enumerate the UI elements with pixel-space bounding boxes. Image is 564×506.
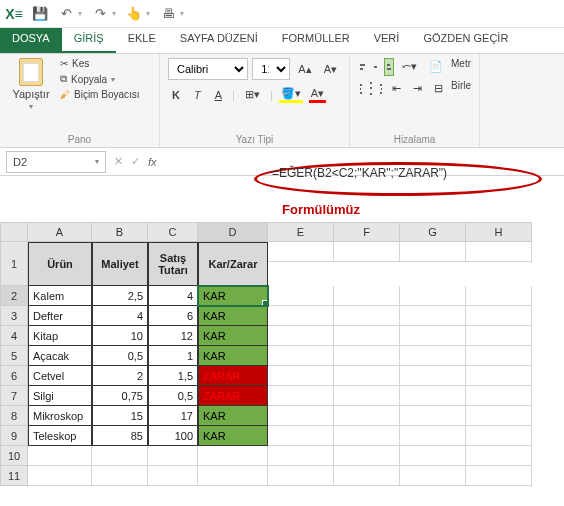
cell[interactable] bbox=[400, 386, 466, 406]
cell[interactable] bbox=[28, 446, 92, 466]
cell[interactable] bbox=[268, 466, 334, 486]
cell-satis[interactable]: 0,5 bbox=[148, 386, 198, 406]
cell-header-urun[interactable]: Ürün bbox=[28, 242, 92, 286]
tab-formuller[interactable]: FORMÜLLER bbox=[270, 28, 362, 53]
cell-satis[interactable]: 100 bbox=[148, 426, 198, 446]
cell[interactable] bbox=[92, 446, 148, 466]
row-header-1[interactable]: 1 bbox=[0, 242, 28, 286]
cell[interactable] bbox=[268, 446, 334, 466]
bold-button[interactable]: K bbox=[168, 87, 184, 103]
increase-font-icon[interactable]: A▴ bbox=[294, 61, 315, 78]
cancel-formula-icon[interactable]: ✕ bbox=[114, 155, 123, 168]
touch-mode-icon[interactable]: 👆 bbox=[126, 6, 142, 22]
cell[interactable] bbox=[268, 426, 334, 446]
fill-color-button[interactable]: 🪣▾ bbox=[279, 87, 303, 103]
cell[interactable] bbox=[148, 466, 198, 486]
cell[interactable] bbox=[400, 286, 466, 306]
format-painter-button[interactable]: 🖌Biçim Boyacısı bbox=[60, 89, 140, 100]
cell[interactable] bbox=[466, 386, 532, 406]
cell[interactable] bbox=[268, 286, 334, 306]
col-header-b[interactable]: B bbox=[92, 222, 148, 242]
cell-urun[interactable]: Defter bbox=[28, 306, 92, 326]
cell[interactable] bbox=[466, 286, 532, 306]
cell-header-maliyet[interactable]: Maliyet bbox=[92, 242, 148, 286]
decrease-indent-button[interactable]: ⇤ bbox=[388, 80, 405, 98]
row-header-11[interactable]: 11 bbox=[0, 466, 28, 486]
row-header-7[interactable]: 7 bbox=[0, 386, 28, 406]
tab-sayfa-duzeni[interactable]: SAYFA DÜZENİ bbox=[168, 28, 270, 53]
cell-satis[interactable]: 6 bbox=[148, 306, 198, 326]
cell-maliyet[interactable]: 10 bbox=[92, 326, 148, 346]
cell-maliyet[interactable]: 85 bbox=[92, 426, 148, 446]
cell[interactable] bbox=[268, 386, 334, 406]
row-header-4[interactable]: 4 bbox=[0, 326, 28, 346]
cell-satis[interactable]: 1,5 bbox=[148, 366, 198, 386]
col-header-a[interactable]: A bbox=[28, 222, 92, 242]
cell[interactable] bbox=[334, 242, 400, 262]
cell-urun[interactable]: Kalem bbox=[28, 286, 92, 306]
name-box[interactable]: D2 ▾ bbox=[6, 151, 106, 173]
cell-karzarar[interactable]: KAR bbox=[198, 326, 268, 346]
cell[interactable] bbox=[268, 366, 334, 386]
cell[interactable] bbox=[334, 446, 400, 466]
cell[interactable] bbox=[466, 242, 532, 262]
decrease-font-icon[interactable]: A▾ bbox=[320, 61, 341, 78]
cell[interactable] bbox=[334, 326, 400, 346]
cell[interactable] bbox=[334, 346, 400, 366]
cell[interactable] bbox=[92, 466, 148, 486]
cell[interactable] bbox=[400, 306, 466, 326]
align-right-button[interactable] bbox=[378, 80, 384, 98]
col-header-d[interactable]: D bbox=[198, 222, 268, 242]
cell[interactable] bbox=[268, 326, 334, 346]
increase-indent-button[interactable]: ⇥ bbox=[409, 80, 426, 98]
tab-gozden-gecir[interactable]: GÖZDEN GEÇİR bbox=[411, 28, 520, 53]
cell[interactable] bbox=[400, 466, 466, 486]
quick-print-icon[interactable]: 🖶 bbox=[160, 6, 176, 22]
cell[interactable] bbox=[198, 446, 268, 466]
cell-karzarar[interactable]: KAR bbox=[198, 306, 268, 326]
cell[interactable] bbox=[400, 426, 466, 446]
cell[interactable] bbox=[198, 466, 268, 486]
cell[interactable] bbox=[466, 326, 532, 346]
cell-karzarar[interactable]: KAR bbox=[198, 286, 268, 306]
cell-maliyet[interactable]: 15 bbox=[92, 406, 148, 426]
border-button[interactable]: ⊞▾ bbox=[241, 86, 264, 103]
redo-icon[interactable]: ↷ bbox=[92, 6, 108, 22]
cell-satis[interactable]: 17 bbox=[148, 406, 198, 426]
cell-maliyet[interactable]: 0,5 bbox=[92, 346, 148, 366]
cell[interactable] bbox=[334, 386, 400, 406]
fx-icon[interactable]: fx bbox=[148, 156, 157, 168]
cell-header-satis[interactable]: Satış Tutarı bbox=[148, 242, 198, 286]
cell[interactable] bbox=[334, 366, 400, 386]
tab-veri[interactable]: VERİ bbox=[362, 28, 412, 53]
cell-karzarar[interactable]: KAR bbox=[198, 406, 268, 426]
save-icon[interactable]: 💾 bbox=[32, 6, 48, 22]
cell[interactable] bbox=[400, 366, 466, 386]
align-bottom-button[interactable] bbox=[384, 58, 394, 76]
cell[interactable] bbox=[28, 466, 92, 486]
cell-karzarar[interactable]: ZARAR bbox=[198, 366, 268, 386]
cell[interactable] bbox=[466, 466, 532, 486]
cell[interactable] bbox=[466, 446, 532, 466]
col-header-e[interactable]: E bbox=[268, 222, 334, 242]
cell-header-kz[interactable]: Kar/Zarar bbox=[198, 242, 268, 286]
row-header-6[interactable]: 6 bbox=[0, 366, 28, 386]
cell-maliyet[interactable]: 4 bbox=[92, 306, 148, 326]
cell-urun[interactable]: Teleskop bbox=[28, 426, 92, 446]
italic-button[interactable]: T bbox=[190, 87, 205, 103]
cell-satis[interactable]: 1 bbox=[148, 346, 198, 366]
cell[interactable] bbox=[466, 366, 532, 386]
align-top-button[interactable] bbox=[358, 58, 367, 76]
cell[interactable] bbox=[334, 306, 400, 326]
copy-button[interactable]: ⧉Kopyala ▾ bbox=[60, 73, 140, 85]
cell-urun[interactable]: Açacak bbox=[28, 346, 92, 366]
cell[interactable] bbox=[268, 242, 334, 262]
align-left-button[interactable] bbox=[358, 80, 364, 98]
cell[interactable] bbox=[466, 306, 532, 326]
cell-maliyet[interactable]: 0,75 bbox=[92, 386, 148, 406]
font-size-select[interactable]: 11 bbox=[252, 58, 290, 80]
cut-button[interactable]: ✂Kes bbox=[60, 58, 140, 69]
cell[interactable] bbox=[268, 346, 334, 366]
cell-karzarar[interactable]: ZARAR bbox=[198, 386, 268, 406]
undo-icon[interactable]: ↶ bbox=[58, 6, 74, 22]
